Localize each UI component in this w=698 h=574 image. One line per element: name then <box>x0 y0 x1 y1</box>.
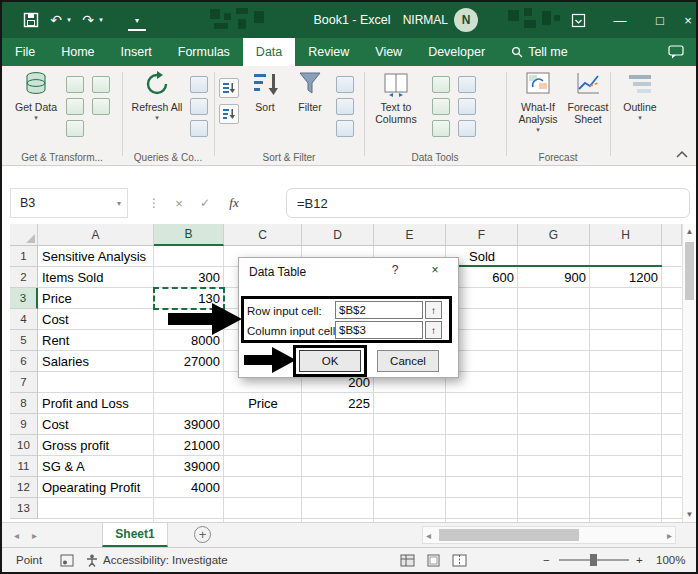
zoom-out-button[interactable]: − <box>543 548 550 572</box>
select-all-corner[interactable] <box>10 224 38 246</box>
relationships-icon[interactable] <box>458 98 476 115</box>
data-validation-icon[interactable] <box>432 120 450 137</box>
flash-fill-icon[interactable] <box>432 76 450 93</box>
row-header-7[interactable]: 7 <box>10 372 38 393</box>
zoom-slider-thumb[interactable] <box>590 554 597 566</box>
undo-button[interactable]: ↶ <box>46 2 66 38</box>
name-box-chevron-icon[interactable]: ▾ <box>117 199 121 208</box>
undo-menu-chevron-icon[interactable]: ▾ <box>64 2 74 38</box>
cell-A1[interactable]: Sensitive Analysis <box>38 246 150 267</box>
formula-input[interactable]: =B12 <box>286 188 690 218</box>
edit-links-icon[interactable] <box>190 120 208 137</box>
column-header-G[interactable]: G <box>518 224 590 246</box>
view-normal-button[interactable] <box>400 548 415 572</box>
row-header-6[interactable]: 6 <box>10 351 38 372</box>
insert-function-button[interactable]: fx <box>222 188 246 218</box>
column-header-H[interactable]: H <box>590 224 662 246</box>
tab-file[interactable]: File <box>2 38 48 66</box>
sort-descending-icon[interactable] <box>219 104 239 124</box>
tab-home[interactable]: Home <box>48 38 107 66</box>
scroll-right-icon[interactable]: ▸ <box>667 523 672 547</box>
cell-D8[interactable]: 225 <box>302 393 374 414</box>
add-sheet-button[interactable]: + <box>194 526 211 543</box>
forecast-sheet-button[interactable]: Forecast Sheet <box>568 70 608 125</box>
manage-data-model-icon[interactable] <box>458 120 476 137</box>
cell-A5[interactable]: Rent <box>38 330 73 351</box>
redo-menu-chevron-icon[interactable]: ▾ <box>96 2 106 38</box>
formula-bar-divider-icon[interactable]: ⋮ <box>148 188 160 218</box>
row-header-1[interactable]: 1 <box>10 246 38 267</box>
accessibility-status[interactable]: Accessibility: Investigate <box>86 548 228 572</box>
advanced-filter-icon[interactable] <box>336 120 354 137</box>
cell-A3[interactable]: Price <box>38 288 76 309</box>
cell-A9[interactable]: Cost <box>38 414 73 435</box>
tab-data[interactable]: Data <box>243 38 295 66</box>
tab-review[interactable]: Review <box>295 38 362 66</box>
remove-duplicates-icon[interactable] <box>432 98 450 115</box>
cell-A12[interactable]: Opearating Profit <box>38 477 144 498</box>
from-web-icon[interactable] <box>66 98 84 115</box>
sort-button[interactable]: Sort <box>244 70 286 113</box>
account-name[interactable]: NIRMAL <box>396 2 448 38</box>
sheet-tab-sheet1[interactable]: Sheet1 <box>102 523 168 547</box>
enter-entry-button[interactable]: ✓ <box>194 188 216 218</box>
tab-formulas[interactable]: Formulas <box>165 38 243 66</box>
sheet-nav-right-icon[interactable]: ▸ <box>32 523 37 547</box>
recent-sources-icon[interactable] <box>92 76 110 93</box>
what-if-analysis-button[interactable]: What-If Analysis ▾ <box>510 70 566 133</box>
account-avatar[interactable]: N <box>454 8 478 32</box>
clear-filter-icon[interactable] <box>336 76 354 93</box>
save-button[interactable] <box>18 2 44 38</box>
cancel-button[interactable]: Cancel <box>377 350 439 372</box>
consolidate-icon[interactable] <box>458 76 476 93</box>
column-header-E[interactable]: E <box>374 224 446 246</box>
view-page-layout-button[interactable] <box>426 548 441 572</box>
horizontal-scrollbar[interactable]: ◂ ▸ <box>422 526 676 544</box>
vertical-scrollbar-thumb[interactable] <box>685 242 694 300</box>
cell-B6[interactable]: 27000 <box>154 351 224 372</box>
tab-tell-me[interactable]: Tell me <box>498 38 581 66</box>
row-header-2[interactable]: 2 <box>10 267 38 288</box>
close-button[interactable]: × <box>678 2 698 38</box>
cell-A8[interactable]: Profit and Loss <box>38 393 133 414</box>
zoom-level[interactable]: 100% <box>656 548 685 572</box>
from-table-range-icon[interactable] <box>66 120 84 137</box>
cell-G2[interactable]: 900 <box>518 267 590 288</box>
cell-A6[interactable]: Salaries <box>38 351 93 372</box>
ribbon-display-options-button[interactable] <box>558 2 598 38</box>
cell-A2[interactable]: Items Sold <box>38 267 107 288</box>
dialog-close-button[interactable]: × <box>419 258 451 282</box>
zoom-in-button[interactable]: + <box>636 548 643 572</box>
cell-H2[interactable]: 1200 <box>590 267 662 288</box>
dialog-help-button[interactable]: ? <box>379 258 411 282</box>
existing-connections-icon[interactable] <box>92 98 110 115</box>
cell-B10[interactable]: 21000 <box>154 435 224 456</box>
sort-ascending-icon[interactable] <box>219 78 239 98</box>
vertical-scrollbar[interactable]: ▲ ▼ <box>682 224 696 522</box>
comments-icon[interactable] <box>668 45 684 59</box>
reapply-filter-icon[interactable] <box>336 98 354 115</box>
scroll-up-icon[interactable]: ▲ <box>683 227 696 236</box>
queries-connections-icon[interactable] <box>190 76 208 93</box>
row-header-10[interactable]: 10 <box>10 435 38 456</box>
cell-B11[interactable]: 39000 <box>154 456 224 477</box>
redo-button[interactable]: ↷ <box>78 2 98 38</box>
row-header-12[interactable]: 12 <box>10 477 38 498</box>
row-header-13[interactable]: 13 <box>10 498 38 519</box>
cancel-entry-button[interactable]: × <box>168 188 190 218</box>
cell-B12[interactable]: 4000 <box>154 477 224 498</box>
row-header-5[interactable]: 5 <box>10 330 38 351</box>
cell-B9[interactable]: 39000 <box>154 414 224 435</box>
name-box[interactable]: B3 ▾ <box>10 188 128 218</box>
scroll-down-icon[interactable]: ▼ <box>683 510 696 519</box>
tab-insert[interactable]: Insert <box>108 38 165 66</box>
text-to-columns-button[interactable]: Text to Columns <box>368 70 424 125</box>
view-page-break-button[interactable] <box>452 548 467 572</box>
maximize-button[interactable]: □ <box>640 2 680 38</box>
cell-A4[interactable]: Cost <box>38 309 73 330</box>
from-text-csv-icon[interactable] <box>66 76 84 93</box>
horizontal-scrollbar-thumb[interactable] <box>439 529 579 541</box>
column-header-D[interactable]: D <box>302 224 374 246</box>
row-header-9[interactable]: 9 <box>10 414 38 435</box>
properties-icon[interactable] <box>190 98 208 115</box>
